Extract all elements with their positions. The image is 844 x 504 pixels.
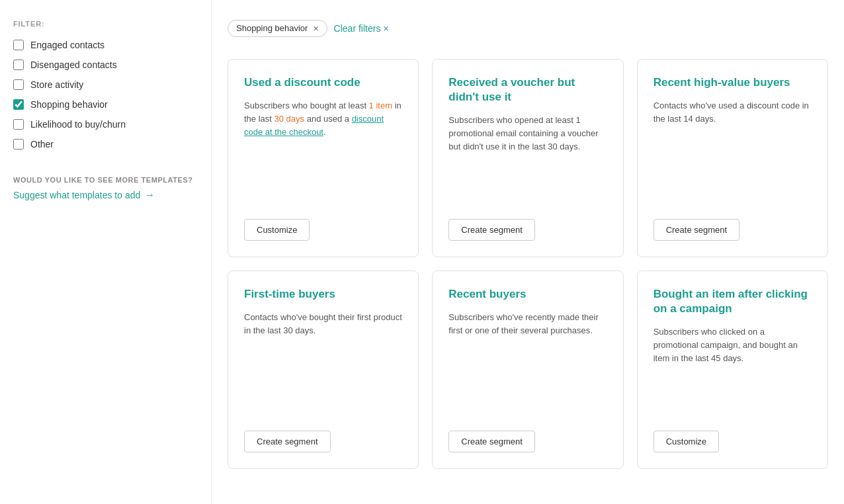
main-content: Shopping behavior × Clear filters × Used…: [212, 0, 844, 504]
filter-checkbox-likelihood[interactable]: [13, 119, 24, 130]
card-title-3: Recent high-value buyers: [654, 75, 812, 90]
top-bar: Shopping behavior × Clear filters ×: [228, 13, 828, 43]
filter-item-other[interactable]: Other: [13, 139, 198, 149]
filter-checkbox-shopping[interactable]: [13, 99, 24, 110]
customize-button-6[interactable]: Customize: [654, 431, 719, 452]
create-segment-button-4[interactable]: Create segment: [244, 431, 331, 452]
suggest-link-text: Suggest what templates to add: [13, 190, 140, 200]
card-action-1: Customize: [244, 219, 402, 241]
card-action-4: Create segment: [244, 431, 402, 452]
filter-checkbox-engaged[interactable]: [13, 40, 24, 50]
arrow-right-icon: →: [144, 189, 155, 201]
card-title-5: Recent buyers: [448, 287, 607, 302]
card-title-6: Bought an item after clicking on a campa…: [654, 287, 812, 316]
filter-item-store[interactable]: Store activity: [13, 79, 198, 90]
filter-checkbox-store[interactable]: [13, 79, 24, 90]
highlight-2: 30 days: [274, 114, 305, 124]
more-templates-section: WOULD YOU LIKE TO SEE MORE TEMPLATES? Su…: [13, 176, 198, 201]
active-filter-tag-label: Shopping behavior: [236, 23, 308, 33]
card-used-discount-code: Used a discount code Subscribers who bou…: [228, 59, 419, 257]
filter-label-likelihood: Likelihood to buy/churn: [30, 119, 126, 130]
card-desc-6: Subscribers who clicked on a promotional…: [654, 325, 812, 417]
filter-item-engaged[interactable]: Engaged contacts: [13, 40, 198, 50]
filter-label-store: Store activity: [30, 79, 83, 90]
card-recent-buyers: Recent buyers Subscribers who've recentl…: [432, 271, 623, 469]
filter-item-disengaged[interactable]: Disengaged contacts: [13, 60, 198, 70]
clear-filters-x-icon: ×: [383, 23, 388, 34]
customize-button-1[interactable]: Customize: [244, 219, 310, 241]
filter-checkbox-disengaged[interactable]: [13, 60, 24, 70]
layout: FILTER: Engaged contacts Disengaged cont…: [0, 0, 844, 504]
filter-label-shopping: Shopping behavior: [30, 99, 108, 110]
card-title-2: Received a voucher but didn't use it: [448, 75, 607, 105]
suggest-link[interactable]: Suggest what templates to add →: [13, 189, 198, 201]
card-received-voucher: Received a voucher but didn't use it Sub…: [432, 59, 623, 257]
filter-label-other: Other: [30, 139, 54, 149]
filter-item-shopping[interactable]: Shopping behavior: [13, 99, 198, 110]
card-title-4: First-time buyers: [244, 287, 402, 302]
card-desc-5: Subscribers who've recently made their f…: [448, 311, 607, 417]
card-action-2: Create segment: [448, 219, 607, 241]
card-desc-3: Contacts who've used a discount code in …: [654, 99, 812, 206]
card-action-5: Create segment: [448, 431, 607, 452]
clear-filters-label: Clear filters: [334, 23, 381, 34]
active-filter-tag: Shopping behavior ×: [228, 20, 327, 37]
cards-grid: Used a discount code Subscribers who bou…: [228, 59, 828, 469]
filter-list: Engaged contacts Disengaged contacts Sto…: [13, 40, 198, 149]
filter-checkbox-other[interactable]: [13, 139, 24, 149]
link-discount: discount code at the checkout: [244, 114, 384, 137]
more-templates-title: WOULD YOU LIKE TO SEE MORE TEMPLATES?: [13, 176, 198, 184]
filter-tag-close-icon[interactable]: ×: [313, 23, 318, 34]
filter-label-disengaged: Disengaged contacts: [30, 60, 117, 70]
highlight-1: 1 item: [369, 101, 392, 110]
card-desc-2: Subscribers who opened at least 1 promot…: [448, 114, 607, 206]
filter-label-engaged: Engaged contacts: [30, 40, 105, 50]
card-desc-4: Contacts who've bought their first produ…: [244, 311, 402, 417]
card-bought-after-click: Bought an item after clicking on a campa…: [637, 271, 828, 469]
card-title-1: Used a discount code: [244, 75, 402, 90]
clear-filters-button[interactable]: Clear filters ×: [334, 23, 389, 34]
card-desc-1: Subscribers who bought at least 1 item i…: [244, 99, 402, 206]
card-action-3: Create segment: [654, 219, 812, 241]
create-segment-button-2[interactable]: Create segment: [448, 219, 535, 241]
sidebar: FILTER: Engaged contacts Disengaged cont…: [0, 0, 212, 504]
create-segment-button-3[interactable]: Create segment: [654, 219, 740, 241]
card-first-time-buyers: First-time buyers Contacts who've bought…: [228, 271, 419, 469]
filter-item-likelihood[interactable]: Likelihood to buy/churn: [13, 119, 198, 130]
card-high-value-buyers: Recent high-value buyers Contacts who've…: [637, 59, 828, 257]
card-action-6: Customize: [654, 431, 812, 452]
create-segment-button-5[interactable]: Create segment: [448, 431, 535, 452]
filter-label: FILTER:: [13, 20, 198, 28]
